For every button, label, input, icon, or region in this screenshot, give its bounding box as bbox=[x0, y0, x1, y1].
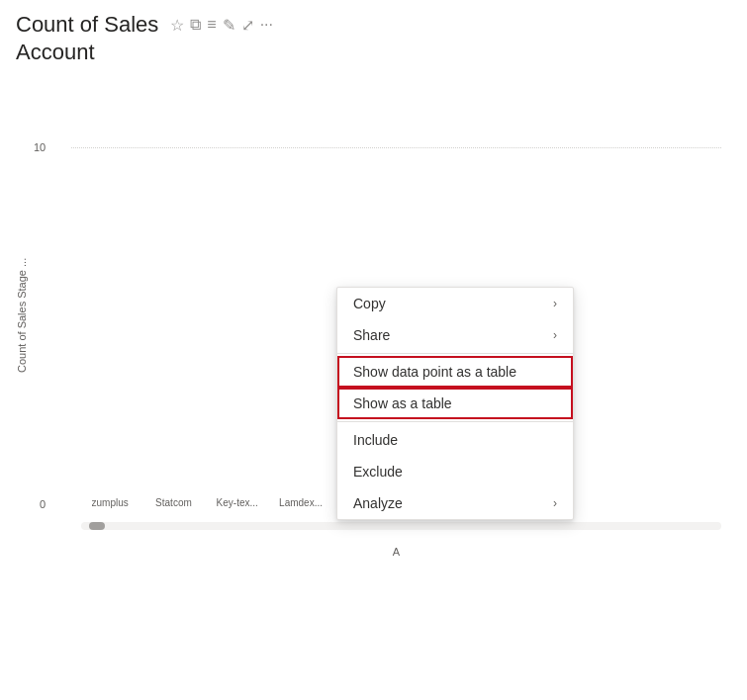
x-axis-title: A bbox=[71, 546, 721, 558]
more-options-icon[interactable]: ··· bbox=[260, 16, 273, 34]
menu-item-show-data-point-table[interactable]: Show data point as a table bbox=[337, 356, 573, 388]
edit-icon[interactable]: ✎ bbox=[223, 16, 235, 35]
focus-icon[interactable]: ⧉ bbox=[190, 16, 201, 34]
pin-icon[interactable]: ☆ bbox=[170, 16, 184, 35]
filter-icon[interactable]: ≡ bbox=[207, 16, 216, 34]
menu-item-label: Share bbox=[353, 327, 390, 343]
context-menu: Copy›Share›Show data point as a tableSho… bbox=[336, 287, 574, 520]
menu-item-label: Exclude bbox=[353, 464, 403, 480]
menu-item-label: Show as a table bbox=[353, 395, 452, 411]
expand-icon[interactable]: ⤢ bbox=[241, 16, 254, 35]
bar-label: Key-tex... bbox=[217, 497, 258, 508]
bar-group[interactable] bbox=[654, 504, 711, 508]
chart-title-area: Count of Sales ☆ ⧉ ≡ ✎ ⤢ ··· bbox=[16, 12, 731, 38]
menu-item-share[interactable]: Share› bbox=[337, 319, 573, 351]
chart-container: Count of Sales ☆ ⧉ ≡ ✎ ⤢ ··· Account Cou… bbox=[0, 0, 747, 700]
menu-item-label: Analyze bbox=[353, 495, 403, 511]
bar-group[interactable]: Statcom bbox=[144, 493, 202, 508]
bar-group[interactable]: Lamdex... bbox=[272, 493, 329, 508]
menu-item-include[interactable]: Include bbox=[337, 424, 573, 456]
chevron-right-icon: › bbox=[553, 297, 557, 310]
bar-group[interactable]: Key-tex... bbox=[209, 493, 266, 508]
toolbar-icons: ☆ ⧉ ≡ ✎ ⤢ ··· bbox=[170, 16, 273, 35]
menu-item-exclude[interactable]: Exclude bbox=[337, 456, 573, 487]
menu-divider bbox=[337, 421, 573, 422]
y-tick-10: 10 bbox=[34, 141, 46, 153]
menu-divider bbox=[337, 353, 573, 354]
bar-label: Statcom bbox=[155, 497, 192, 508]
y-axis-label: Count of Sales Stage ... bbox=[16, 217, 28, 414]
chart-subtitle: Account bbox=[16, 40, 731, 65]
bar-label: Lamdex... bbox=[279, 497, 323, 508]
bar-group[interactable] bbox=[590, 504, 647, 508]
scrollbar-thumb[interactable] bbox=[89, 522, 105, 530]
scrollbar-area[interactable] bbox=[81, 522, 721, 530]
chart-title: Count of Sales bbox=[16, 12, 158, 38]
bar-group[interactable]: zumplus bbox=[81, 493, 139, 508]
chevron-right-icon: › bbox=[553, 496, 557, 510]
menu-item-label: Show data point as a table bbox=[353, 364, 516, 380]
menu-item-label: Copy bbox=[353, 296, 386, 311]
y-tick-0: 0 bbox=[40, 498, 46, 510]
menu-item-show-as-table[interactable]: Show as a table bbox=[337, 388, 573, 419]
menu-item-label: Include bbox=[353, 432, 398, 448]
bar-label: zumplus bbox=[92, 497, 129, 508]
menu-item-analyze[interactable]: Analyze› bbox=[337, 487, 573, 519]
chevron-right-icon: › bbox=[553, 328, 557, 342]
menu-item-copy[interactable]: Copy› bbox=[337, 288, 573, 319]
